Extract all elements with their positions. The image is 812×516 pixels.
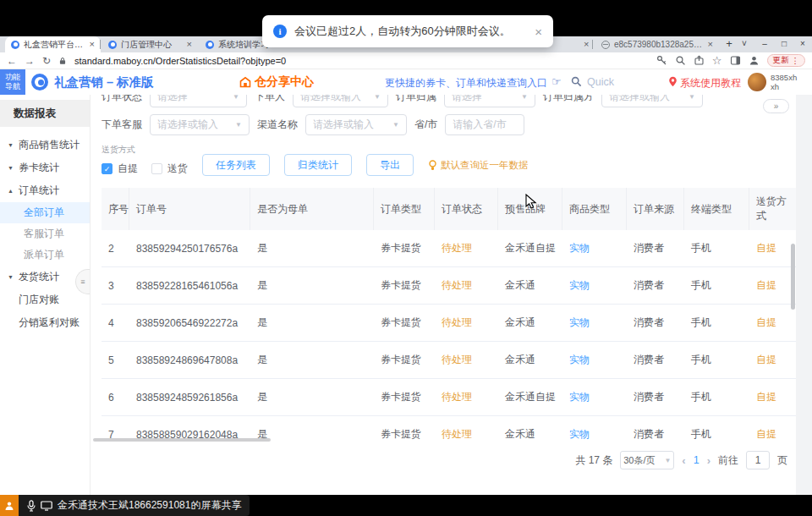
cell-delivery: 自提 [749, 267, 796, 304]
goto-page-input[interactable]: 1 [746, 451, 770, 469]
sidebar-item[interactable]: 派单订单 [0, 244, 90, 266]
sidebar-item-label: 订单统计 [19, 184, 59, 198]
cell-status: 待处理 [435, 305, 498, 341]
cell-brand: 金禾通自提 [498, 230, 562, 266]
screen-share-text: 金禾通技术王斌18662591081的屏幕共享 [58, 498, 241, 513]
pickup-checkbox[interactable]: ✓ 自提 [102, 162, 138, 176]
horizontal-scrollbar[interactable] [93, 438, 271, 442]
cell-brand: 金禾通 [498, 305, 562, 341]
table-row[interactable]: 583858924869647808a是券卡提货待处理金禾通实物消费者手机自提 [102, 342, 796, 379]
quick-label[interactable]: Quick [587, 76, 614, 88]
sidebar-item[interactable]: 门店对账 [0, 288, 90, 311]
checkbox-checked-icon[interactable]: ✓ [102, 163, 112, 174]
user-avatar[interactable] [748, 73, 766, 91]
cell-delivery: 自提 [749, 342, 796, 378]
cell-terminal: 手机 [684, 267, 749, 304]
cell-product_type: 实物 [562, 379, 627, 415]
chevron-down-icon: ▼ [8, 274, 14, 280]
column-header: 终端类型 [684, 188, 749, 230]
category-stats-button[interactable]: 归类统计 [284, 154, 352, 176]
cell-product_type: 实物 [562, 267, 627, 304]
sidebar-item[interactable]: ▼券卡统计 [0, 156, 90, 179]
forward-icon[interactable]: → [25, 56, 35, 66]
kebab-menu-icon[interactable]: ⋮ [792, 56, 800, 65]
tab-store-admin[interactable]: 门店管理中心 × [102, 36, 198, 52]
cell-parent: 是 [250, 342, 374, 378]
tab-close-icon[interactable]: × [584, 40, 589, 49]
cs-agent-select[interactable]: 请选择或输入 ▼ [150, 114, 250, 135]
placeholder-text: 请选择或输入 [609, 95, 683, 104]
cell-order_no: 83858924859261856a [129, 379, 250, 415]
tab-close-icon[interactable]: × [708, 40, 713, 49]
cell-terminal: 手机 [684, 230, 749, 266]
cell-parent: 是 [250, 305, 374, 341]
info-icon: i [273, 25, 287, 38]
sidebar-item[interactable]: 客服订单 [0, 223, 90, 244]
user-name-line2: xh [771, 82, 797, 91]
export-button[interactable]: 导出 [366, 154, 414, 176]
checkbox-unchecked-icon[interactable] [151, 163, 162, 174]
sidebar-item[interactable]: 全部订单 [0, 202, 90, 223]
table-row[interactable]: 483859206546922272a是券卡提货待处理金禾通实物消费者手机自提 [102, 305, 796, 342]
cell-source: 消费者 [627, 267, 684, 304]
page-size-select[interactable]: 30条/页 ▼ [620, 451, 674, 469]
person-icon [4, 501, 14, 511]
sidebar-item[interactable]: ▼商品销售统计 [0, 134, 90, 156]
cell-product_type: 实物 [562, 305, 627, 341]
tab-close-icon[interactable]: × [187, 40, 192, 49]
back-icon[interactable]: ← [7, 56, 17, 66]
channel-select[interactable]: 请选择或输入 ▼ [305, 114, 407, 135]
share-center-link[interactable]: 仓分享中心 [239, 74, 314, 90]
cell-no: 5 [102, 342, 129, 378]
placeholder-text: 请选择或输入 [157, 118, 230, 132]
tab-hash[interactable]: e8c573980b1328a258fd2e6 × [595, 36, 719, 52]
profile-icon[interactable] [749, 55, 760, 66]
maximize-button[interactable]: □ [775, 36, 793, 52]
table-row[interactable]: 683858924859261856a是券卡提货待处理金禾通自提实物消费者手机自… [102, 379, 796, 416]
update-label: 更新 [773, 55, 789, 66]
toast-close-icon[interactable]: × [535, 25, 542, 39]
tab-close-icon[interactable]: × [90, 40, 95, 49]
sidebar-item[interactable]: ▲订单统计 [0, 179, 90, 202]
chrome-update-button[interactable]: 更新 ⋮ [767, 54, 806, 67]
next-page-button[interactable]: › [707, 454, 710, 467]
chevron-down-icon: ▼ [233, 95, 239, 101]
tutorial-link[interactable]: 系统使用教程 [680, 76, 741, 91]
side-panel-icon[interactable] [730, 55, 741, 66]
app-root: 功能 导航 礼盒营销 – 标准版 仓分享中心 更快捷的券卡、订单和快递查询入口 … [0, 69, 812, 495]
site-favicon [11, 41, 19, 49]
reload-icon[interactable]: ↻ [42, 56, 51, 66]
province-city-input[interactable]: 请输入省/市 [445, 114, 524, 135]
task-list-button[interactable]: 任务列表 [202, 154, 270, 176]
close-button[interactable]: × [793, 36, 812, 52]
vertical-scrollbar[interactable] [791, 244, 795, 310]
sidebar-title: 数据报表 [0, 100, 90, 127]
filters-collapse-button[interactable]: » [763, 99, 789, 113]
minimize-button[interactable]: – [755, 36, 774, 52]
function-nav-button[interactable]: 功能 导航 [0, 69, 25, 95]
cell-delivery: 自提 [749, 379, 796, 415]
sidebar-item[interactable]: 分销返利对账 [0, 311, 90, 334]
key-icon[interactable] [656, 55, 667, 66]
sidebar: 数据报表 ▼商品销售统计▼券卡统计▲订单统计全部订单客服订单派单订单▼发货统计门… [0, 95, 91, 495]
delivery-checkbox[interactable]: 送货 [151, 162, 188, 176]
order-owner-party-select[interactable]: 请选择或输入 ▼ [601, 95, 703, 107]
filter-label: 下单客服 [102, 118, 142, 132]
tab-search-icon[interactable]: ˅ [735, 36, 754, 52]
orderer-select[interactable]: 请选择或输入 ▼ [293, 95, 388, 107]
current-page[interactable]: 1 [694, 454, 700, 466]
order-owner-select[interactable]: 请选择 ▼ [444, 95, 535, 107]
bookmark-star-icon[interactable]: ☆ [712, 55, 722, 66]
tab-gift-admin[interactable]: 礼盒营销平台管理中心 × [5, 36, 101, 52]
sidebar-item-label: 分销返利对账 [19, 316, 80, 330]
cell-brand: 金禾通 [498, 416, 562, 442]
main-panel: 订单状态 请选择 ▼ 下单人 请选择或输入 ▼ 订单归属 请选择 [91, 95, 796, 495]
prev-page-button[interactable]: ‹ [682, 454, 685, 467]
order-status-select[interactable]: 请选择 ▼ [150, 95, 247, 107]
url-text[interactable]: standard.maboy.cn/OrderStatisticsDetail?… [74, 56, 286, 66]
share-icon[interactable] [694, 55, 705, 66]
zoom-icon[interactable] [675, 55, 686, 66]
quick-search-icon[interactable] [571, 76, 582, 87]
table-row[interactable]: 383859228165461056a是券卡提货待处理金禾通实物消费者手机自提 [102, 267, 796, 305]
table-row[interactable]: 283859294250176576a是券卡提货待处理金禾通自提实物消费者手机自… [102, 230, 796, 267]
